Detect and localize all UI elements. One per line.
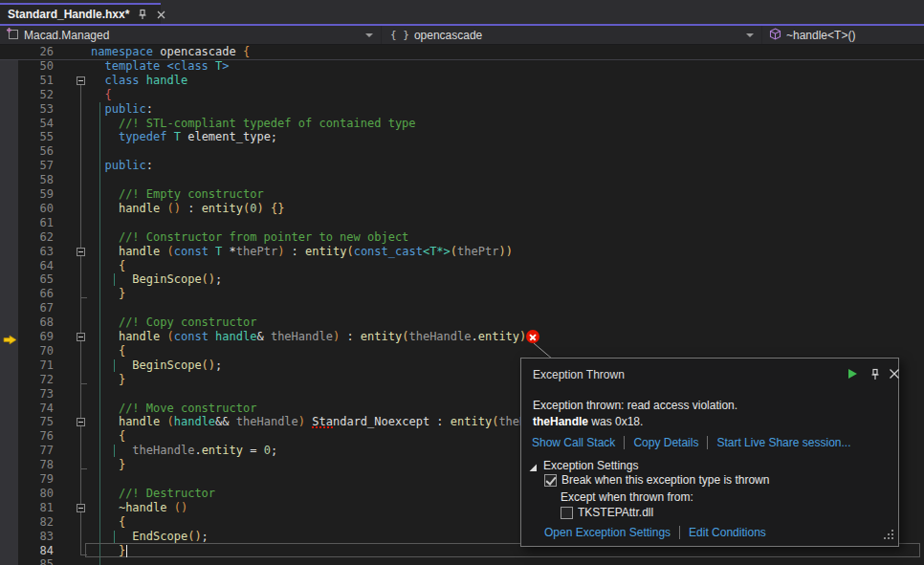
code-text[interactable]: { xyxy=(91,429,125,444)
line-number[interactable]: 82 xyxy=(21,515,54,530)
line-number[interactable]: 61 xyxy=(21,216,54,230)
code-text[interactable]: //! Empty constructor xyxy=(91,187,264,202)
line-number[interactable]: 83 xyxy=(21,530,54,544)
code-text[interactable]: //! STL-compliant typedef of contained t… xyxy=(91,117,416,131)
line-number[interactable]: 56 xyxy=(21,144,54,159)
break-when-thrown-checkbox[interactable] xyxy=(544,474,557,487)
code-line-61[interactable]: 61 xyxy=(0,216,924,230)
line-number[interactable]: 79 xyxy=(21,472,54,487)
line-number[interactable]: 54 xyxy=(21,117,54,131)
fold-toggle[interactable] xyxy=(77,76,85,85)
line-number[interactable]: 78 xyxy=(21,458,54,472)
line-number[interactable]: 57 xyxy=(21,159,54,173)
code-text[interactable]: template <class T> xyxy=(91,59,230,74)
code-line-85[interactable]: 85 xyxy=(0,557,924,565)
continue-execution-icon[interactable] xyxy=(845,366,860,381)
code-text[interactable]: { xyxy=(91,259,125,273)
code-line-52[interactable]: 52 { xyxy=(0,88,924,102)
code-text[interactable]: handle (const handle& theHandle) : entit… xyxy=(91,330,526,344)
code-line-26[interactable]: 26namespace opencascade { xyxy=(0,45,924,59)
code-text[interactable]: } xyxy=(91,458,125,472)
code-text[interactable]: { xyxy=(91,88,112,102)
code-text[interactable]: typedef T element_type; xyxy=(91,130,277,144)
code-line-59[interactable]: 59 //! Empty constructor xyxy=(0,187,924,202)
code-line-65[interactable]: 65 BeginScope(); xyxy=(0,272,924,287)
edit-conditions-link[interactable]: Edit Conditions xyxy=(689,526,766,539)
code-line-58[interactable]: 58 xyxy=(0,173,924,187)
code-text[interactable]: public: xyxy=(91,159,153,173)
code-text[interactable]: handle () : entity(0) {} xyxy=(91,202,284,216)
fold-toggle[interactable] xyxy=(77,504,85,512)
line-number[interactable]: 81 xyxy=(21,501,54,515)
line-number[interactable]: 59 xyxy=(21,187,54,202)
line-number[interactable]: 53 xyxy=(21,102,54,117)
line-number[interactable]: 66 xyxy=(21,287,54,301)
line-number[interactable]: 65 xyxy=(21,272,54,287)
resize-grip[interactable] xyxy=(884,530,894,543)
code-text[interactable]: theHandle.entity = 0; xyxy=(91,444,277,458)
code-text[interactable]: public: xyxy=(91,102,153,117)
code-line-50[interactable]: 50 template <class T> xyxy=(0,59,924,74)
code-line-66[interactable]: 66 } xyxy=(0,287,924,301)
fold-toggle[interactable] xyxy=(77,418,85,426)
code-text[interactable]: BeginScope(); xyxy=(91,272,222,287)
line-number[interactable]: 58 xyxy=(21,173,54,187)
member-dropdown[interactable]: ~handle<T>() xyxy=(761,26,924,44)
line-number[interactable]: 63 xyxy=(21,245,54,259)
fold-toggle[interactable] xyxy=(77,248,85,256)
line-number[interactable]: 72 xyxy=(21,373,54,387)
exception-settings-header[interactable]: Exception Settings xyxy=(543,459,638,472)
pin-icon[interactable] xyxy=(868,366,883,381)
code-line-60[interactable]: 60 handle () : entity(0) {} xyxy=(0,202,924,216)
code-text[interactable]: handle (const T *thePtr) : entity(const_… xyxy=(91,245,513,259)
code-line-56[interactable]: 56 xyxy=(0,144,924,159)
code-text[interactable]: { xyxy=(91,515,125,530)
start-live-share-link[interactable]: Start Live Share session... xyxy=(716,436,850,449)
line-number[interactable]: 62 xyxy=(21,230,54,245)
line-number[interactable]: 71 xyxy=(21,359,54,373)
code-line-54[interactable]: 54 //! STL-compliant typedef of containe… xyxy=(0,117,924,131)
module-filter-checkbox[interactable] xyxy=(561,507,573,519)
pin-icon[interactable] xyxy=(137,9,148,20)
copy-details-link[interactable]: Copy Details xyxy=(633,436,698,449)
code-line-55[interactable]: 55 typedef T element_type; xyxy=(0,130,924,144)
line-number[interactable]: 67 xyxy=(21,301,54,315)
close-icon[interactable] xyxy=(156,10,166,20)
line-number[interactable]: 80 xyxy=(21,487,54,501)
code-text[interactable]: //! Constructor from pointer to new obje… xyxy=(91,230,408,245)
code-text[interactable]: EndScope(); xyxy=(91,530,209,544)
code-line-67[interactable]: 67 xyxy=(0,301,924,315)
line-number[interactable]: 69 xyxy=(21,330,54,344)
line-number[interactable]: 60 xyxy=(21,202,54,216)
code-line-51[interactable]: 51 class handle xyxy=(0,74,924,88)
line-number[interactable]: 77 xyxy=(21,444,54,458)
code-line-68[interactable]: 68 //! Copy constructor xyxy=(0,315,924,330)
line-number[interactable]: 85 xyxy=(21,557,54,565)
code-line-70[interactable]: 70 { xyxy=(0,344,924,359)
code-line-53[interactable]: 53 public: xyxy=(0,102,924,117)
code-text[interactable]: //! Copy constructor xyxy=(91,315,256,330)
expander-icon[interactable] xyxy=(529,462,538,475)
line-number[interactable]: 64 xyxy=(21,259,54,273)
code-text[interactable]: namespace opencascade { xyxy=(91,45,250,59)
show-call-stack-link[interactable]: Show Call Stack xyxy=(532,436,615,449)
line-number[interactable]: 84 xyxy=(21,544,54,558)
code-text[interactable]: class handle xyxy=(91,74,187,88)
tab-standard-handle[interactable]: Standard_Handle.hxx* xyxy=(0,3,161,24)
open-exception-settings-link[interactable]: Open Exception Settings xyxy=(544,526,671,539)
line-number[interactable]: 76 xyxy=(21,429,54,444)
line-number[interactable]: 75 xyxy=(21,415,54,429)
fold-toggle[interactable] xyxy=(77,333,85,341)
code-line-57[interactable]: 57 public: xyxy=(0,159,924,173)
line-number[interactable]: 26 xyxy=(21,45,54,59)
code-line-69[interactable]: 69 handle (const handle& theHandle) : en… xyxy=(0,330,924,344)
line-number[interactable]: 73 xyxy=(21,387,54,402)
line-number[interactable]: 51 xyxy=(21,74,54,88)
code-text[interactable]: } xyxy=(91,287,125,301)
code-text[interactable]: } xyxy=(91,373,125,387)
code-text[interactable]: //! Destructor xyxy=(91,487,215,501)
code-text[interactable]: } xyxy=(91,544,127,558)
scope-dropdown[interactable]: { } opencascade xyxy=(381,26,762,44)
line-number[interactable]: 70 xyxy=(21,344,54,359)
code-line-64[interactable]: 64 { xyxy=(0,259,924,273)
